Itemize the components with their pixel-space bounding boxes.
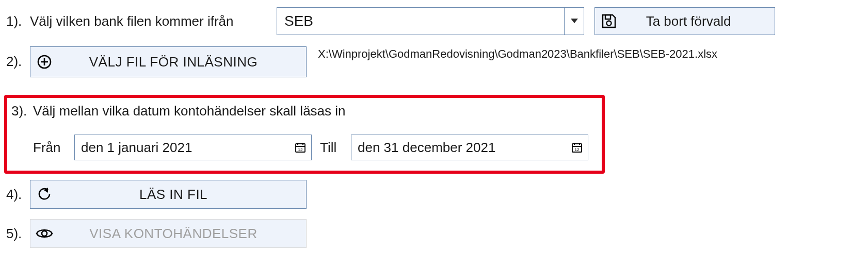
choose-file-label: VÄLJ FIL FÖR INLÄSNING <box>58 54 306 70</box>
remove-default-label: Ta bort förvald <box>623 13 775 29</box>
to-date-picker-button[interactable]: 12 <box>566 142 588 153</box>
step-3-number: 3). <box>10 103 33 119</box>
show-transactions-label: VISA KONTOHÄNDELSER <box>58 226 306 242</box>
bank-select-dropdown-button[interactable] <box>564 8 584 35</box>
svg-point-2 <box>607 21 612 26</box>
plus-circle-icon <box>30 54 58 70</box>
calendar-icon: 12 <box>571 142 583 153</box>
from-date-label: Från <box>33 140 74 156</box>
bank-select[interactable]: SEB <box>277 7 584 35</box>
bank-select-value: SEB <box>277 13 564 29</box>
choose-file-button[interactable]: VÄLJ FIL FÖR INLÄSNING <box>30 46 307 77</box>
step-1-label: Välj vilken bank filen kommer ifrån <box>30 13 277 29</box>
step-2-row: 2). VÄLJ FIL FÖR INLÄSNING X:\Winprojekt… <box>4 46 863 77</box>
svg-rect-1 <box>605 15 610 19</box>
remove-default-button[interactable]: Ta bort förvald <box>594 7 775 35</box>
save-icon <box>595 13 623 29</box>
step-3-highlight-box: 3). Välj mellan vilka datum kontohändels… <box>4 95 605 174</box>
to-date-input[interactable]: den 31 december 2021 12 <box>351 135 588 160</box>
chevron-down-icon <box>571 19 578 24</box>
read-file-label: LÄS IN FIL <box>58 187 306 203</box>
calendar-icon: 12 <box>295 142 306 153</box>
from-date-value: den 1 januari 2021 <box>75 140 290 156</box>
step-2-number: 2). <box>4 46 30 70</box>
svg-text:12: 12 <box>575 147 580 152</box>
svg-text:12: 12 <box>298 147 303 152</box>
step-1-number: 1). <box>4 13 30 29</box>
step-1-row: 1). Välj vilken bank filen kommer ifrån … <box>4 7 863 35</box>
from-date-picker-button[interactable]: 12 <box>290 142 311 153</box>
svg-marker-0 <box>571 19 578 23</box>
svg-point-17 <box>42 231 47 236</box>
step-4-number: 4). <box>4 187 30 203</box>
step-5-number: 5). <box>4 226 30 242</box>
step-5-row: 5). VISA KONTOHÄNDELSER <box>4 219 863 248</box>
selected-file-path: X:\Winprojekt\GodmanRedovisning\Godman20… <box>318 46 717 61</box>
to-date-value: den 31 december 2021 <box>351 140 566 156</box>
read-file-button[interactable]: LÄS IN FIL <box>30 180 307 209</box>
show-transactions-button: VISA KONTOHÄNDELSER <box>30 219 307 248</box>
step-3-title: Välj mellan vilka datum kontohändelser s… <box>33 103 346 119</box>
refresh-icon <box>30 187 58 202</box>
to-date-label: Till <box>320 140 351 156</box>
step-4-row: 4). LÄS IN FIL <box>4 180 863 209</box>
eye-icon <box>30 227 58 240</box>
from-date-input[interactable]: den 1 januari 2021 12 <box>74 135 312 160</box>
